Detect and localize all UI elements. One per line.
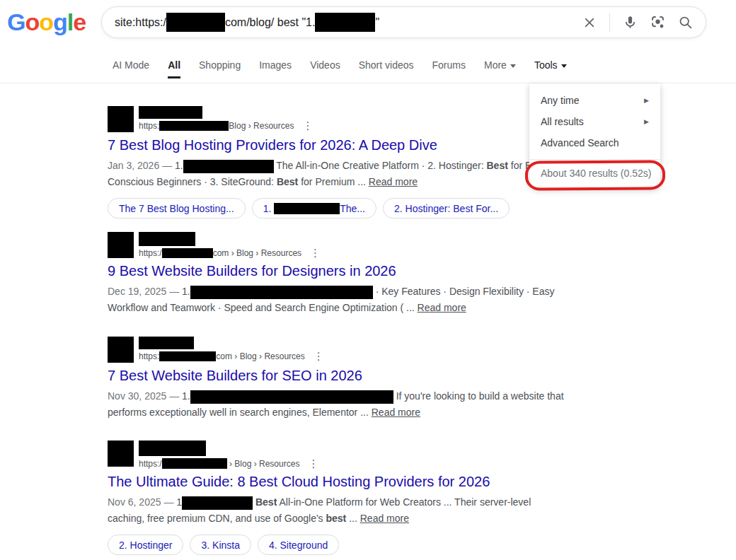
result-options-icon[interactable]: ⋮ xyxy=(310,249,321,257)
tools-menu-item-all-results[interactable]: All results▶ xyxy=(529,111,660,132)
result-options-icon[interactable]: ⋮ xyxy=(314,352,324,361)
result-options-icon[interactable]: ⋮ xyxy=(308,460,318,468)
text-segment: Dec 19, 2025 — xyxy=(108,286,182,297)
tab-short-videos[interactable]: Short videos xyxy=(359,59,414,78)
result-header: https:/ › Blog › Resources⋮ xyxy=(108,441,603,469)
tab-forums[interactable]: Forums xyxy=(432,59,466,78)
result-snippet: Dec 19, 2025 — 1. · Key Features · Desig… xyxy=(108,284,603,316)
tab-label: AI Mode xyxy=(113,59,149,71)
text-segment: Best xyxy=(487,160,508,171)
text-segment: 1. xyxy=(182,390,190,402)
redacted-box xyxy=(162,248,213,258)
tab-all[interactable]: All xyxy=(168,59,180,78)
breadcrumb: https:Blog › Resources⋮ xyxy=(139,121,313,131)
search-box[interactable]: site:https:/com/blog/ best "1." xyxy=(101,6,706,38)
tools-dropdown: Any time▶All results▶Advanced Search Abo… xyxy=(529,83,660,188)
submenu-arrow-icon: ▶ xyxy=(644,118,649,125)
text-segment: com › Blog › Resources xyxy=(213,248,301,258)
text-segment: site:https:/ xyxy=(115,16,166,29)
result-title-link[interactable]: 9 Best Website Builders for Designers in… xyxy=(108,262,396,279)
redacted-box xyxy=(183,160,274,173)
favicon-redacted xyxy=(108,337,134,363)
menu-item-label: All results xyxy=(541,116,584,127)
text-segment: caching, free premium CDN, and use of Go… xyxy=(108,513,326,524)
text-segment: Nov 6, 2025 — xyxy=(108,496,176,508)
related-chip[interactable]: 4. Siteground xyxy=(258,535,339,555)
search-input[interactable]: site:https:/com/blog/ best "1." xyxy=(115,13,580,32)
text-segment: " xyxy=(375,16,379,29)
result-title-link[interactable]: 7 Best Blog Hosting Providers for 2026: … xyxy=(108,136,437,153)
result-stats: About 340 results (0.52s) xyxy=(529,160,660,188)
result-snippet: Nov 30, 2025 — 1. If you're looking to b… xyxy=(108,388,603,421)
snippet-line: Nov 30, 2025 — 1. If you're looking to b… xyxy=(108,388,603,404)
result-title-link[interactable]: The Ultimate Guide: 8 Best Cloud Hosting… xyxy=(108,473,490,490)
read-more-link[interactable]: Read more xyxy=(418,302,466,313)
related-chip[interactable]: 3. Kinsta xyxy=(190,535,251,555)
redacted-box xyxy=(190,286,373,299)
text-segment: https: xyxy=(139,121,159,131)
text-segment: Workflow and Teamwork · Speed and Search… xyxy=(108,302,418,313)
read-more-link[interactable]: Read more xyxy=(372,407,420,418)
tab-ai-mode[interactable]: AI Mode xyxy=(113,59,149,78)
text-segment: The 7 Best Blog Hosting... xyxy=(119,203,234,214)
result-source: https:/com › Blog › Resources⋮ xyxy=(139,232,321,258)
clear-icon[interactable] xyxy=(580,13,599,32)
related-chip[interactable]: The 7 Best Blog Hosting... xyxy=(108,198,246,218)
tab-label: Videos xyxy=(310,59,340,71)
text-segment: for E xyxy=(508,160,531,171)
icon-divider xyxy=(609,13,610,32)
site-name-redacted xyxy=(139,337,194,349)
text-segment: https:/ xyxy=(139,459,162,469)
tools-menu-item-advanced-search[interactable]: Advanced Search xyxy=(529,132,660,153)
logo-letter: l xyxy=(67,8,73,35)
text-segment: All-in-One Platform for Web Creators ...… xyxy=(277,496,531,508)
tab-images[interactable]: Images xyxy=(259,59,292,78)
result-header: https:/com › Blog › Resources⋮ xyxy=(108,232,603,258)
text-segment: · Key Features · Design Flexibility · Ea… xyxy=(373,286,555,297)
text-segment: com/blog/ best "1. xyxy=(225,16,316,29)
text-segment: Nov 30, 2025 — xyxy=(108,390,182,402)
snippet-line: Nov 6, 2025 — 1 Best All-in-One Platform… xyxy=(108,494,603,511)
breadcrumb: https:com › Blog › Resources⋮ xyxy=(139,351,324,361)
tab-shopping[interactable]: Shopping xyxy=(199,59,241,78)
menu-item-label: Advanced Search xyxy=(541,137,619,148)
related-chip[interactable]: 2. Hostinger: Best For... xyxy=(383,198,510,218)
tab-label: All xyxy=(168,59,180,71)
snippet-line: Dec 19, 2025 — 1. · Key Features · Desig… xyxy=(108,284,603,300)
tab-tools[interactable]: Tools xyxy=(534,59,567,78)
read-more-link[interactable]: Read more xyxy=(369,176,418,187)
text-segment: The All-in-One Creative Platform · 2. Ho… xyxy=(274,160,487,171)
favicon-redacted xyxy=(108,106,134,132)
result-options-icon[interactable]: ⋮ xyxy=(302,122,313,130)
breadcrumb: https:/com › Blog › Resources⋮ xyxy=(139,248,321,258)
logo-letter: G xyxy=(7,8,25,35)
favicon-redacted xyxy=(108,441,134,467)
menu-item-label: Any time xyxy=(541,95,579,106)
google-logo[interactable]: Google xyxy=(7,8,86,36)
tools-menu-item-any-time[interactable]: Any time▶ xyxy=(529,90,660,111)
tab-videos[interactable]: Videos xyxy=(310,59,340,78)
related-chip[interactable]: 1. The... xyxy=(252,198,376,218)
lens-icon[interactable] xyxy=(648,13,667,32)
result-title-link[interactable]: 7 Best Website Builders for SEO in 2026 xyxy=(108,367,362,384)
tab-label: Short videos xyxy=(359,59,414,71)
related-chips: The 7 Best Blog Hosting...1. The...2. Ho… xyxy=(108,198,603,218)
related-chip[interactable]: 2. Hostinger xyxy=(108,535,183,555)
search-icon[interactable] xyxy=(676,13,694,32)
text-segment: com › Blog › Resources xyxy=(216,351,304,361)
text-segment: Jan 3, 2026 — xyxy=(108,160,175,171)
microphone-icon[interactable] xyxy=(621,13,639,32)
search-result: https:/com › Blog › Resources⋮9 Best Web… xyxy=(108,232,603,316)
text-segment: 2. Hostinger xyxy=(119,539,172,551)
result-header: https:com › Blog › Resources⋮ xyxy=(108,337,603,363)
redacted-box xyxy=(166,13,225,32)
tab-more[interactable]: More xyxy=(484,59,516,78)
read-more-link[interactable]: Read more xyxy=(360,513,409,524)
text-segment: 2. Hostinger: Best For... xyxy=(394,203,498,214)
logo-letter: e xyxy=(73,8,86,35)
result-snippet: Nov 6, 2025 — 1 Best All-in-One Platform… xyxy=(108,494,603,527)
search-result: https:/ › Blog › Resources⋮The Ultimate … xyxy=(108,441,603,555)
text-segment: If you're looking to build a website tha… xyxy=(393,390,564,402)
text-segment: Best xyxy=(255,496,277,508)
related-chips: 2. Hostinger3. Kinsta4. Siteground xyxy=(108,535,603,555)
